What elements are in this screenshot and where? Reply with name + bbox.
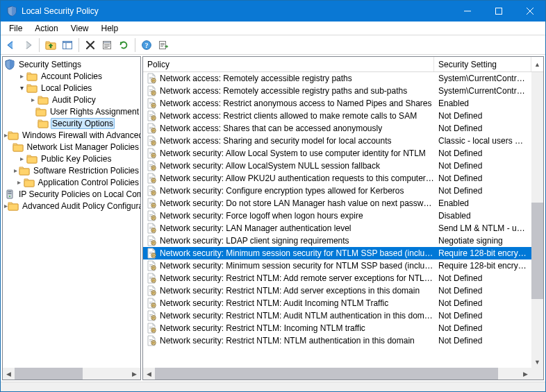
back-icon[interactable] xyxy=(3,37,19,53)
column-header-policy[interactable]: Policy xyxy=(143,57,434,71)
show-hide-tree-icon[interactable] xyxy=(60,37,75,53)
list-vscrollbar[interactable]: ▼ xyxy=(531,72,543,368)
properties-icon[interactable] xyxy=(99,37,115,53)
list-row[interactable]: Network access: Remotely accessible regi… xyxy=(143,85,531,97)
list-row[interactable]: Network security: Restrict NTLM: Add rem… xyxy=(143,272,531,284)
twisty-closed-icon[interactable]: ▸ xyxy=(15,178,24,187)
column-header-setting[interactable]: Security Setting xyxy=(434,57,531,71)
scroll-up-icon[interactable]: ▲ xyxy=(531,57,543,71)
delete-icon[interactable] xyxy=(83,37,98,53)
cell-policy: Network security: Configure encryption t… xyxy=(143,185,434,196)
maximize-button[interactable] xyxy=(483,1,514,22)
folder-icon xyxy=(38,118,49,129)
tree-item[interactable]: ▸Public Key Policies xyxy=(4,153,140,164)
list-row[interactable]: Network security: Allow LocalSystem NULL… xyxy=(143,160,531,172)
list-row[interactable]: Network security: Minimum session securi… xyxy=(143,259,531,272)
policy-text: Network security: Do not store LAN Manag… xyxy=(160,198,434,208)
scroll-thumb[interactable] xyxy=(15,368,83,380)
cell-setting: Classic - local users auth... xyxy=(434,136,531,146)
list-row[interactable]: Network security: Restrict NTLM: Audit N… xyxy=(143,309,531,322)
list-row[interactable]: Network security: Allow Local System to … xyxy=(143,147,531,160)
twisty-closed-icon[interactable]: ▸ xyxy=(13,166,19,176)
tree-item[interactable]: ▸Software Restriction Policies xyxy=(4,164,140,176)
tree-label: Network List Manager Policies xyxy=(26,142,140,152)
policy-icon xyxy=(146,173,157,184)
cell-policy: Network access: Shares that can be acces… xyxy=(143,123,434,134)
up-icon[interactable] xyxy=(43,37,58,53)
list-row[interactable]: Network access: Restrict anonymous acces… xyxy=(143,97,531,110)
titlebar[interactable]: Local Security Policy xyxy=(1,1,545,22)
toolbar-separator xyxy=(39,38,40,52)
list-row[interactable]: Network security: Configure encryption t… xyxy=(143,185,531,197)
tree-item[interactable]: Security Options xyxy=(4,117,140,129)
scroll-thumb[interactable] xyxy=(155,368,498,380)
tree-item[interactable]: ▸Application Control Policies xyxy=(4,176,140,188)
list-row[interactable]: Network access: Remotely accessible regi… xyxy=(143,72,531,85)
tree-item[interactable]: Network List Manager Policies xyxy=(4,141,140,153)
menu-file[interactable]: File xyxy=(3,23,28,34)
cell-policy: Network access: Restrict anonymous acces… xyxy=(143,98,434,109)
scroll-down-icon[interactable]: ▼ xyxy=(531,356,543,368)
tree-item[interactable]: ▾Local Policies xyxy=(4,82,140,94)
refresh-icon[interactable] xyxy=(116,37,131,53)
scroll-thumb[interactable] xyxy=(531,203,543,299)
cell-policy: Network security: Do not store LAN Manag… xyxy=(143,198,434,209)
policy-text: Network security: Restrict NTLM: Add ser… xyxy=(160,286,420,296)
tree[interactable]: Security Settings▸Account Policies▾Local… xyxy=(3,57,140,368)
tree-label: Local Policies xyxy=(40,83,93,93)
list-row[interactable]: Network access: Restrict clients allowed… xyxy=(143,110,531,122)
export-list-icon[interactable] xyxy=(156,37,171,53)
app-icon xyxy=(6,6,17,17)
list-row[interactable]: Network access: Shares that can be acces… xyxy=(143,122,531,135)
cell-setting: Not Defined xyxy=(434,336,531,346)
policy-text: Network access: Sharing and security mod… xyxy=(160,136,392,146)
policy-text: Network security: Allow PKU2U authentica… xyxy=(160,173,434,183)
list-row[interactable]: Network security: Restrict NTLM: Audit I… xyxy=(143,297,531,309)
tree-item[interactable]: ▸Advanced Audit Policy Configuration xyxy=(4,200,140,212)
menu-view[interactable]: View xyxy=(65,23,94,34)
list-row[interactable]: Network security: LDAP client signing re… xyxy=(143,235,531,247)
twisty-closed-icon[interactable]: ▸ xyxy=(17,154,26,164)
list-row[interactable]: Network security: LAN Manager authentica… xyxy=(143,222,531,235)
tree-item[interactable]: User Rights Assignment xyxy=(4,105,140,117)
cell-policy: Network security: Restrict NTLM: Audit N… xyxy=(143,310,434,321)
tree-item[interactable]: IP Security Policies on Local Computer xyxy=(4,188,140,200)
tree-item[interactable]: ▸Account Policies xyxy=(4,70,140,82)
list-row[interactable]: Network security: Minimum session securi… xyxy=(143,247,531,259)
list-row[interactable]: Network security: Do not store LAN Manag… xyxy=(143,197,531,210)
menu-action[interactable]: Action xyxy=(29,23,63,34)
list-row[interactable]: Network security: Allow PKU2U authentica… xyxy=(143,172,531,185)
scroll-left-icon[interactable]: ◀ xyxy=(143,368,155,380)
policy-icon xyxy=(146,85,157,96)
cell-policy: Network security: Force logoff when logo… xyxy=(143,210,434,221)
list-row[interactable]: Network security: Restrict NTLM: Add ser… xyxy=(143,284,531,297)
window-title: Local Security Policy xyxy=(22,6,452,16)
minimize-button[interactable] xyxy=(452,1,483,22)
tree-hscrollbar[interactable]: ◀ ▶ xyxy=(3,368,140,380)
list-row[interactable]: Network security: Force logoff when logo… xyxy=(143,210,531,222)
cell-policy: Network security: Restrict NTLM: Add ser… xyxy=(143,285,434,296)
tree-item[interactable]: ▸Audit Policy xyxy=(4,94,140,105)
tree-root[interactable]: Security Settings xyxy=(4,58,140,70)
forward-icon[interactable] xyxy=(20,37,35,53)
list-hscrollbar[interactable]: ◀ ▶ xyxy=(143,368,543,380)
scroll-right-icon[interactable]: ▶ xyxy=(129,368,140,380)
list-row[interactable]: Network security: Restrict NTLM: Incomin… xyxy=(143,322,531,334)
policy-text: Network access: Restrict anonymous acces… xyxy=(160,99,432,108)
menu-help[interactable]: Help xyxy=(96,23,124,34)
tree-item[interactable]: ▸Windows Firewall with Advanced Security xyxy=(4,129,140,141)
help-icon[interactable] xyxy=(139,37,154,53)
twisty-closed-icon[interactable]: ▸ xyxy=(28,95,38,105)
svg-rect-27 xyxy=(495,8,502,15)
cell-policy: Network security: Allow Local System to … xyxy=(143,148,434,159)
close-button[interactable] xyxy=(514,1,545,22)
tree-label: Public Key Policies xyxy=(40,154,113,164)
tree-label: Security Settings xyxy=(17,60,83,69)
scroll-left-icon[interactable]: ◀ xyxy=(3,368,15,380)
scroll-right-icon[interactable]: ▶ xyxy=(520,368,531,380)
list-row[interactable]: Network access: Sharing and security mod… xyxy=(143,135,531,147)
folder-icon xyxy=(8,130,19,141)
twisty-closed-icon[interactable]: ▸ xyxy=(17,71,26,81)
twisty-open-icon[interactable]: ▾ xyxy=(17,83,26,93)
list-row[interactable]: Network security: Restrict NTLM: NTLM au… xyxy=(143,334,531,347)
